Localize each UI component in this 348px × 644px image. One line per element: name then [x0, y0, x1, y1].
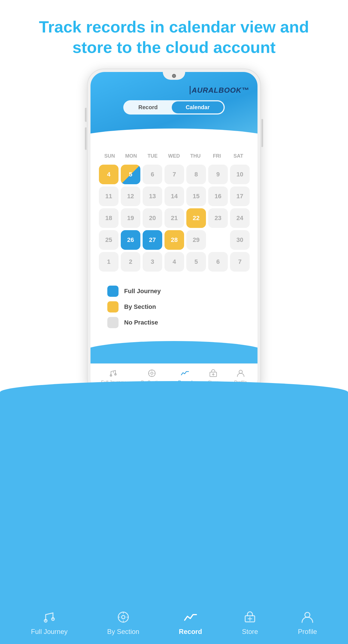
calendar-cell[interactable]: 15: [186, 186, 206, 206]
calendar-cell[interactable]: 24: [230, 208, 250, 228]
front-camera: [172, 74, 176, 78]
page-nav-icon-full-journey: [41, 609, 58, 626]
legend-by-section: By Section: [107, 301, 241, 312]
calendar-cell[interactable]: 13: [143, 186, 162, 206]
calendar-cell[interactable]: 14: [164, 186, 184, 206]
page-nav-label-record: Record: [179, 628, 202, 636]
calendar-cell[interactable]: 6: [143, 165, 162, 184]
calendar-cell[interactable]: 30: [230, 230, 250, 250]
calendar-cell[interactable]: 8: [186, 165, 206, 184]
day-header-tue: TUE: [142, 151, 163, 161]
day-header-thu: THU: [185, 151, 206, 161]
calendar-cell[interactable]: 18: [99, 208, 119, 228]
calendar-cell[interactable]: 19: [121, 208, 140, 228]
page-nav-full-journey[interactable]: Full Journey: [31, 609, 68, 636]
legend-label-full-journey: Full Journey: [124, 288, 161, 295]
calendar-cell[interactable]: 2: [121, 252, 140, 272]
page-nav-icon-store: [242, 609, 258, 626]
toggle-pill: Record Calendar: [123, 100, 225, 115]
page-nav-by-section[interactable]: By Section: [107, 609, 139, 636]
legend-section: Full Journey By Section No Practise: [91, 277, 257, 341]
calendar-cell[interactable]: 5: [121, 165, 140, 184]
phone-button-right: [261, 119, 263, 147]
page-nav-record[interactable]: Record: [179, 609, 202, 636]
calendar-cell[interactable]: 16: [208, 186, 228, 206]
calendar-cell[interactable]: 9: [208, 165, 228, 184]
calendar-grid: 4567891011121314151617181920212223242526…: [99, 165, 249, 272]
page-nav-label-profile: Profile: [298, 628, 317, 636]
day-header-sun: SUN: [99, 151, 120, 161]
calendar-cell[interactable]: 25: [99, 230, 119, 250]
page-nav-profile[interactable]: Profile: [298, 609, 317, 636]
calendar-cell[interactable]: 4: [164, 252, 184, 272]
day-header-sat: SAT: [228, 151, 249, 161]
music-icon: [108, 368, 118, 378]
calendar-cell[interactable]: 12: [121, 186, 140, 206]
calendar-cell[interactable]: 22: [186, 208, 206, 228]
phone-button-left2: [85, 127, 87, 150]
calendar-cell[interactable]: 5: [186, 252, 206, 272]
page-nav-label-store: Store: [242, 628, 258, 636]
svg-point-3: [151, 372, 153, 374]
toggle-record[interactable]: Record: [124, 101, 172, 113]
page-nav-icon-by-section: [115, 609, 132, 626]
calendar-section: SUN MON TUE WED THU FRI SAT 456789101112…: [91, 143, 257, 277]
store-icon: [208, 368, 218, 378]
calendar-cell[interactable]: 1: [99, 252, 119, 272]
page-header: Track records in calendar view and store…: [0, 0, 348, 69]
profile-icon: [236, 368, 246, 378]
calendar-cell[interactable]: 29: [186, 230, 206, 250]
day-header-fri: FRI: [206, 151, 228, 161]
day-header-wed: WED: [163, 151, 185, 161]
page-nav: Full Journey By Section Record: [0, 603, 348, 644]
phone-bottom-wave: [91, 341, 257, 363]
calendar-cell[interactable]: 11: [99, 186, 119, 206]
app-logo: AURALBOOK™: [99, 83, 249, 95]
day-header-mon: MON: [120, 151, 142, 161]
page-nav-icon-profile: [299, 609, 316, 626]
phone-wrapper: AURALBOOK™ Record Calendar: [87, 69, 261, 395]
phone-button-left: [85, 108, 87, 122]
svg-point-11: [305, 612, 310, 617]
legend-dot-gray: [107, 317, 119, 328]
toggle-container: Record Calendar: [99, 100, 249, 115]
calendar-cell[interactable]: 4: [99, 165, 119, 184]
app-header: AURALBOOK™ Record Calendar: [91, 72, 257, 143]
legend-label-no-practise: No Practise: [124, 319, 158, 326]
svg-point-9: [122, 615, 125, 619]
page-nav-store[interactable]: Store: [242, 609, 258, 636]
calendar-cell[interactable]: 3: [143, 252, 162, 272]
page-bottom-section: Full Journey By Section Record: [0, 392, 348, 644]
calendar-cell[interactable]: 7: [164, 165, 184, 184]
legend-dot-blue: [107, 286, 119, 297]
calendar-cell[interactable]: 21: [164, 208, 184, 228]
legend-full-journey: Full Journey: [107, 286, 241, 297]
page-nav-icon-record: [182, 609, 199, 626]
phone-inner: AURALBOOK™ Record Calendar: [91, 72, 257, 392]
record-icon: [180, 368, 190, 378]
page-nav-label-full-journey: Full Journey: [31, 628, 68, 636]
calendar-cell[interactable]: 20: [143, 208, 162, 228]
calendar-cell[interactable]: 28: [164, 230, 184, 250]
calendar-cell[interactable]: 17: [230, 186, 250, 206]
app-content: AURALBOOK™ Record Calendar: [91, 72, 257, 392]
legend-label-by-section: By Section: [124, 303, 156, 311]
toggle-calendar[interactable]: Calendar: [172, 101, 224, 113]
calendar-cell[interactable]: 23: [208, 208, 228, 228]
phone-outer: AURALBOOK™ Record Calendar: [87, 69, 261, 395]
calendar-cell[interactable]: 27: [143, 230, 162, 250]
calendar-cell[interactable]: 7: [230, 252, 250, 272]
page-nav-label-by-section: By Section: [107, 628, 139, 636]
legend-dot-yellow: [107, 301, 119, 312]
disc-icon: [147, 368, 157, 378]
calendar-header: SUN MON TUE WED THU FRI SAT: [99, 151, 249, 161]
calendar-cell[interactable]: 6: [208, 252, 228, 272]
calendar-cell[interactable]: 26: [121, 230, 140, 250]
legend-no-practise: No Practise: [107, 317, 241, 328]
calendar-cell[interactable]: [208, 230, 228, 250]
calendar-cell[interactable]: 10: [230, 165, 250, 184]
